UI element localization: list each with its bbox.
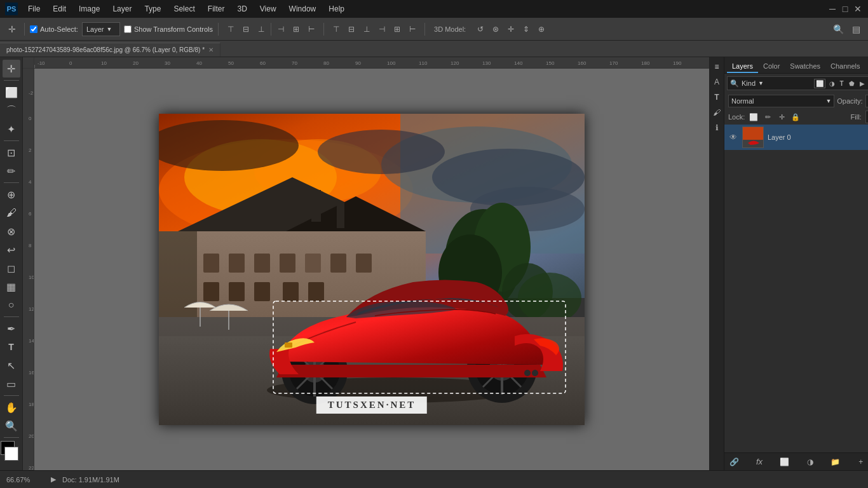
gradient-tool[interactable]: ▦: [3, 278, 20, 295]
opacity-input[interactable]: [865, 95, 868, 107]
layer-kind-dropdown[interactable]: Kind ▼: [742, 76, 811, 90]
text-tool[interactable]: T: [3, 338, 20, 356]
tab-color[interactable]: Color: [758, 60, 785, 73]
tool-separator: [4, 80, 19, 81]
marquee-tool[interactable]: ⬜: [3, 83, 20, 101]
path-selection-tool[interactable]: ↖: [3, 356, 20, 374]
dist-left-btn[interactable]: ⊣: [375, 22, 389, 36]
background-color[interactable]: [4, 447, 18, 461]
type-icon-btn[interactable]: T: [710, 90, 724, 104]
minimize-button[interactable]: ─: [827, 4, 837, 14]
show-transform-checkbox[interactable]: Show Transform Controls: [124, 25, 213, 33]
dist-vcenter-btn[interactable]: ⊟: [344, 22, 358, 36]
menu-edit[interactable]: Edit: [48, 3, 71, 15]
dist-hcenter-btn[interactable]: ⊞: [390, 22, 404, 36]
move-tool[interactable]: ✛: [3, 60, 20, 78]
3d-slide-btn[interactable]: ⇕: [519, 22, 533, 36]
align-hcenter-btn[interactable]: ⊞: [289, 22, 303, 36]
menu-type[interactable]: Type: [139, 3, 166, 15]
document-tab[interactable]: photo-1527247043589-98e6ac08f56c.jpg @ 6…: [0, 43, 220, 57]
add-mask-btn[interactable]: ⬜: [779, 456, 790, 468]
align-top-btn[interactable]: ⊤: [224, 22, 238, 36]
lock-move-icon[interactable]: ✛: [776, 112, 787, 122]
new-layer-btn[interactable]: +: [855, 456, 867, 468]
dist-top-btn[interactable]: ⊤: [329, 22, 343, 36]
3d-pan-btn[interactable]: ✛: [504, 22, 518, 36]
history-brush-tool[interactable]: ↩: [3, 241, 20, 259]
shape-icon-filter[interactable]: ⬟: [848, 79, 856, 88]
auto-select-type-dropdown[interactable]: Layer ▼: [82, 22, 120, 36]
lasso-tool[interactable]: ⌒: [3, 102, 20, 119]
menu-filter[interactable]: Filter: [203, 3, 230, 15]
3d-roll-btn[interactable]: ⊛: [489, 22, 503, 36]
close-button[interactable]: ✕: [853, 4, 863, 14]
align-left-btn[interactable]: ⊣: [274, 22, 288, 36]
brush-tool[interactable]: 🖌: [3, 204, 20, 222]
align-vcenter-btn[interactable]: ⊟: [239, 22, 253, 36]
tab-channels[interactable]: Channels: [825, 60, 865, 73]
separator: [24, 23, 25, 36]
new-group-btn[interactable]: 📁: [830, 456, 841, 468]
blend-mode-dropdown[interactable]: Normal ▼: [728, 95, 834, 107]
dodge-tool[interactable]: ○: [3, 296, 20, 314]
fx-btn[interactable]: fx: [754, 456, 765, 468]
auto-select-checkbox[interactable]: Auto-Select:: [30, 25, 78, 33]
eraser-tool[interactable]: ◻: [3, 259, 20, 277]
properties-icon-btn[interactable]: ℹ: [710, 121, 724, 135]
tab-layers[interactable]: Layers: [727, 60, 758, 73]
menu-window[interactable]: Window: [284, 3, 322, 15]
svg-rect-51: [254, 254, 270, 273]
pen-tool[interactable]: ✒: [3, 320, 20, 337]
tab-close-button[interactable]: ✕: [208, 46, 214, 53]
adjust-icon[interactable]: ◑: [828, 79, 836, 88]
fill-input[interactable]: [865, 111, 868, 123]
menu-file[interactable]: File: [23, 3, 45, 15]
clone-stamp-tool[interactable]: ⊗: [3, 222, 20, 240]
new-adjustment-btn[interactable]: ◑: [804, 456, 816, 468]
lock-position-icon[interactable]: ✏: [763, 112, 773, 122]
show-transform-input[interactable]: [124, 25, 132, 33]
3d-scale-btn[interactable]: ⊕: [534, 22, 548, 36]
zoom-tool[interactable]: 🔍: [3, 417, 20, 435]
auto-select-input[interactable]: [30, 25, 37, 33]
menu-help[interactable]: Help: [323, 3, 349, 15]
menu-image[interactable]: Image: [74, 3, 105, 15]
menu-select[interactable]: Select: [168, 3, 200, 15]
layer-item[interactable]: 👁 Layer 0: [724, 125, 868, 150]
dist-bottom-btn[interactable]: ⊥: [360, 22, 374, 36]
dist-right-btn[interactable]: ⊢: [405, 22, 419, 36]
video-icon-filter[interactable]: ▶: [858, 79, 866, 88]
canvas-area[interactable]: + TUTSXEN·NET: [34, 69, 709, 470]
tab-swatches[interactable]: Swatches: [785, 60, 825, 73]
svg-text:-10: -10: [37, 60, 45, 66]
healing-tool[interactable]: ⊕: [3, 186, 20, 203]
lock-pixels-icon[interactable]: ⬜: [749, 112, 759, 122]
link-layers-btn[interactable]: 🔗: [728, 456, 740, 468]
menu-view[interactable]: View: [255, 3, 281, 15]
tab-paths[interactable]: Paths: [865, 60, 868, 73]
svg-text:20: 20: [133, 60, 139, 66]
pixel-icon[interactable]: ⬜: [814, 79, 825, 88]
3d-rotate-btn[interactable]: ↺: [473, 22, 487, 36]
brush-settings-icon-btn[interactable]: 🖌: [710, 105, 724, 119]
statusbar-arrow[interactable]: ▶: [51, 475, 56, 484]
menu-3d[interactable]: 3D: [232, 3, 252, 15]
align-right-btn[interactable]: ⊢: [304, 22, 318, 36]
maximize-button[interactable]: □: [840, 4, 850, 14]
crop-tool[interactable]: ⊡: [3, 144, 20, 161]
adjustments-icon-btn[interactable]: A: [710, 75, 724, 89]
layers-icon-btn[interactable]: ≡: [710, 60, 724, 74]
menu-layer[interactable]: Layer: [107, 3, 137, 15]
shape-tool[interactable]: ▭: [3, 375, 20, 393]
layer-visibility-toggle[interactable]: 👁: [728, 132, 738, 142]
magic-wand-tool[interactable]: ✦: [3, 120, 20, 138]
align-bottom-btn[interactable]: ⊥: [254, 22, 268, 36]
tool-separator6: [4, 437, 19, 438]
lock-all-icon[interactable]: 🔒: [790, 112, 801, 122]
search-icon[interactable]: 🔍: [831, 22, 845, 36]
hand-tool[interactable]: ✋: [3, 398, 20, 416]
eyedropper-tool[interactable]: ✏: [3, 162, 20, 180]
svg-text:22: 22: [29, 465, 34, 471]
workspace-icon[interactable]: ▤: [849, 22, 863, 36]
text-icon-filter[interactable]: T: [839, 79, 845, 88]
